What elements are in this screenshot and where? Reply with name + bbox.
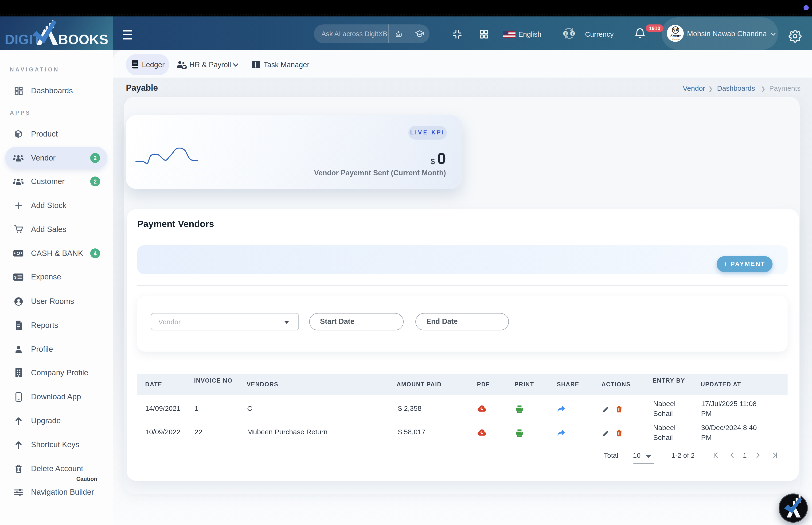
svg-text:$: $ — [14, 275, 17, 280]
svg-text:Smart: Smart — [670, 33, 681, 38]
svg-text:$: $ — [565, 31, 567, 35]
svg-text:NA: NA — [672, 27, 679, 32]
svg-text:Fashion: Fashion — [672, 38, 680, 41]
svg-text:€: € — [572, 31, 574, 35]
svg-text:BOOKS: BOOKS — [58, 32, 108, 47]
